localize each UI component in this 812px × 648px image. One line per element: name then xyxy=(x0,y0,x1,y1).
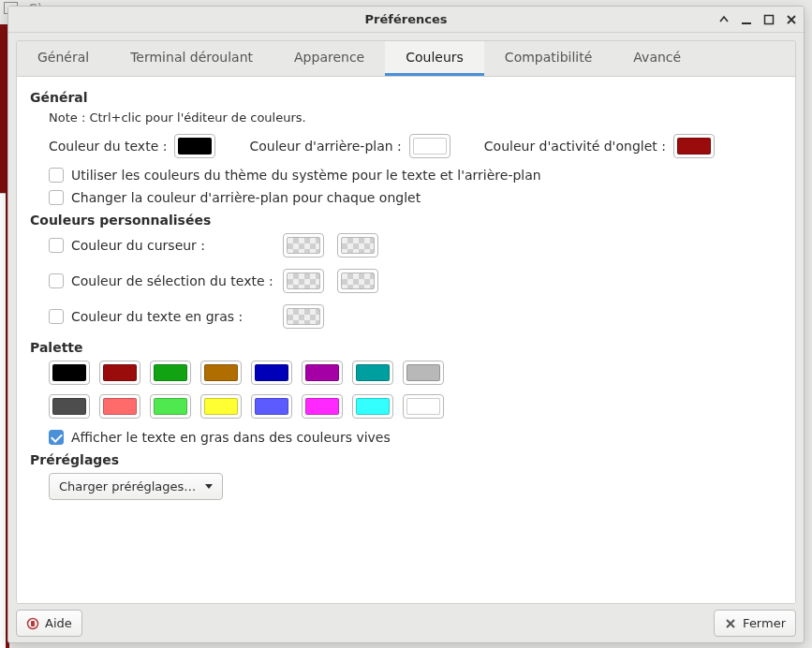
bold-color-button[interactable] xyxy=(283,304,324,329)
close-button-label: Fermer xyxy=(743,616,786,630)
palette-swatch xyxy=(204,364,238,381)
palette-color-0-6[interactable] xyxy=(352,361,393,385)
use-system-colors-label: Utiliser les couleurs du thème du systèm… xyxy=(71,168,541,183)
tab-activity-label: Couleur d'activité d'onglet : xyxy=(484,139,666,154)
palette-swatch xyxy=(305,364,339,381)
colors-page: Général Note : Ctrl+clic pour l'éditeur … xyxy=(17,77,795,603)
dialog-action-bar: Aide Fermer xyxy=(8,604,804,642)
palette-color-1-7[interactable] xyxy=(403,394,444,419)
window-title: Préférences xyxy=(365,12,448,26)
use-system-colors-checkbox[interactable] xyxy=(49,168,64,183)
palette-color-0-7[interactable] xyxy=(403,361,444,385)
section-presets-heading: Préréglages xyxy=(30,452,782,467)
window-shade-button[interactable] xyxy=(717,13,731,26)
palette-swatch xyxy=(103,364,137,381)
palette-swatch xyxy=(154,364,187,381)
vary-bg-per-tab-label: Changer la couleur d'arrière-plan pour c… xyxy=(71,190,421,205)
help-button[interactable]: Aide xyxy=(16,610,82,637)
section-general-heading: Général xyxy=(30,90,782,105)
palette-swatch xyxy=(406,398,440,415)
bg-color-button[interactable] xyxy=(409,134,450,158)
close-button[interactable]: Fermer xyxy=(714,610,796,637)
vary-bg-per-tab-checkbox[interactable] xyxy=(49,190,64,205)
text-color-label: Couleur du texte : xyxy=(49,139,167,154)
notebook: Général Terminal déroulant Apparence Cou… xyxy=(16,40,796,604)
palette-color-1-1[interactable] xyxy=(99,394,140,419)
palette-color-1-6[interactable] xyxy=(352,394,393,419)
cursor-color-bg-button[interactable] xyxy=(337,233,378,258)
tab-dropdown-terminal[interactable]: Terminal déroulant xyxy=(110,41,273,76)
window-minimize-button[interactable] xyxy=(740,13,753,26)
palette-swatch xyxy=(356,398,390,415)
palette-color-0-1[interactable] xyxy=(99,361,140,385)
tab-activity-color-button[interactable] xyxy=(673,134,715,158)
ctrl-click-note: Note : Ctrl+clic pour l'éditeur de coule… xyxy=(49,110,782,125)
palette-row-1 xyxy=(49,361,782,385)
tab-advanced[interactable]: Avancé xyxy=(613,41,701,76)
palette-swatch xyxy=(103,398,137,415)
tab-general[interactable]: Général xyxy=(17,41,110,76)
bold-is-bright-checkbox[interactable] xyxy=(49,430,64,445)
palette-swatch xyxy=(52,398,86,415)
bg-color-label: Couleur d'arrière-plan : xyxy=(249,139,401,154)
palette-grid xyxy=(49,361,782,419)
palette-swatch xyxy=(52,364,86,381)
bold-is-bright-label: Afficher le texte en gras dans des coule… xyxy=(71,430,391,445)
tab-bar: Général Terminal déroulant Apparence Cou… xyxy=(17,41,795,77)
palette-color-1-4[interactable] xyxy=(251,394,292,419)
tab-compatibility[interactable]: Compatibilité xyxy=(484,41,613,76)
palette-color-0-0[interactable] xyxy=(49,361,90,385)
selection-color-label: Couleur de sélection du texte : xyxy=(71,273,273,288)
palette-swatch xyxy=(305,398,339,415)
bold-color-label: Couleur du texte en gras : xyxy=(71,309,243,324)
svg-rect-1 xyxy=(765,16,774,24)
tab-appearance[interactable]: Apparence xyxy=(273,41,385,76)
section-palette-heading: Palette xyxy=(30,340,782,355)
palette-swatch xyxy=(255,364,288,381)
cursor-color-checkbox[interactable] xyxy=(49,238,64,253)
palette-color-0-4[interactable] xyxy=(251,361,292,385)
window-close-button[interactable] xyxy=(785,13,798,26)
tab-colors[interactable]: Couleurs xyxy=(385,41,484,76)
tab-activity-color-swatch xyxy=(677,138,711,155)
help-button-label: Aide xyxy=(45,616,72,630)
help-icon xyxy=(26,617,39,630)
bg-color-swatch xyxy=(413,138,447,155)
selection-color-bg-button[interactable] xyxy=(337,269,378,293)
palette-color-1-0[interactable] xyxy=(49,394,90,419)
window-controls xyxy=(717,7,798,33)
selection-color-checkbox[interactable] xyxy=(49,273,64,288)
svg-rect-3 xyxy=(31,621,35,626)
palette-swatch xyxy=(356,364,390,381)
palette-color-1-5[interactable] xyxy=(302,394,343,419)
chevron-down-icon xyxy=(205,484,213,489)
close-icon xyxy=(724,617,737,630)
load-presets-button[interactable]: Charger préréglages… xyxy=(49,473,223,500)
palette-swatch xyxy=(204,398,238,415)
titlebar: Préférences xyxy=(8,7,804,33)
palette-swatch xyxy=(406,364,440,381)
window-maximize-button[interactable] xyxy=(762,13,775,26)
cursor-color-fg-button[interactable] xyxy=(283,233,324,258)
text-color-button[interactable] xyxy=(174,134,215,158)
palette-swatch xyxy=(255,398,288,415)
palette-color-1-2[interactable] xyxy=(150,394,191,419)
palette-color-0-5[interactable] xyxy=(302,361,343,385)
section-custom-heading: Couleurs personnalisées xyxy=(30,213,782,228)
cursor-color-label: Couleur du curseur : xyxy=(71,238,205,253)
selection-color-fg-button[interactable] xyxy=(283,269,324,293)
palette-color-1-3[interactable] xyxy=(200,394,242,419)
palette-swatch xyxy=(154,398,187,415)
palette-color-0-3[interactable] xyxy=(200,361,242,385)
text-color-swatch xyxy=(178,138,212,155)
background-white-strip xyxy=(0,193,6,648)
palette-color-0-2[interactable] xyxy=(150,361,191,385)
svg-rect-0 xyxy=(742,22,751,24)
preferences-window: Préférences Général Terminal déroulant A… xyxy=(7,6,805,643)
bold-color-checkbox[interactable] xyxy=(49,309,64,324)
load-presets-label: Charger préréglages… xyxy=(59,479,196,493)
palette-row-2 xyxy=(49,394,782,419)
